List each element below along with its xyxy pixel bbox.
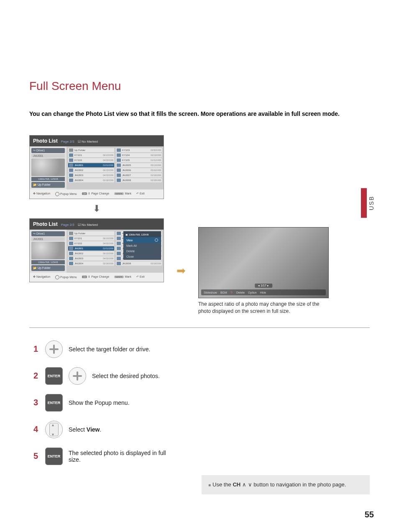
popup-markall[interactable]: Mark All bbox=[124, 243, 161, 248]
up-folder-button[interactable]: 📂 Up Folder bbox=[31, 182, 65, 188]
dpad-button-2[interactable] bbox=[69, 367, 86, 385]
file-row[interactable]: KY10106/10/2008 bbox=[68, 236, 114, 240]
file-row[interactable]: JMJ00505/13/2008 bbox=[116, 163, 162, 167]
file-date: 06/19/2008 bbox=[151, 154, 161, 156]
file-date: 05/26/2008 bbox=[151, 169, 161, 171]
selected-filename-2: JMJ001 bbox=[31, 237, 65, 241]
photo-thumb-icon bbox=[69, 164, 73, 167]
file-row[interactable]: JMJ00101/01/2008 bbox=[68, 246, 114, 251]
file-row[interactable]: Up Folder bbox=[68, 231, 114, 235]
file-name: KY102 bbox=[74, 242, 102, 245]
popup-delete[interactable]: Delete bbox=[124, 248, 161, 254]
file-name: KY101 bbox=[74, 154, 102, 156]
photo-thumb-icon bbox=[117, 179, 121, 182]
updown-button[interactable] bbox=[45, 421, 63, 438]
file-date: 05/13/2008 bbox=[151, 164, 161, 166]
step-number-4: 4 bbox=[33, 425, 39, 434]
up-folder-button-2[interactable]: 📂 Up Folder bbox=[31, 265, 65, 271]
file-date: 06/15/2008 bbox=[103, 169, 113, 171]
bullet-icon: ■ bbox=[208, 483, 211, 487]
file-date: 01/01/2008 bbox=[103, 164, 113, 166]
file-row[interactable]: KY10204/03/2008 bbox=[68, 158, 114, 162]
file-row[interactable]: KY10204/03/2008 bbox=[68, 241, 114, 246]
bar-option[interactable]: Option bbox=[248, 291, 257, 294]
full-page-indicator: ◂ 1/17 ▸ bbox=[255, 284, 272, 288]
fullscreen-photo: ◂ 1/17 ▸ Slideshow BGM ↻ Delete Option H… bbox=[198, 227, 329, 298]
file-row[interactable]: KY10106/10/2008 bbox=[68, 153, 114, 157]
photo-thumb-icon bbox=[117, 169, 121, 172]
file-name: KY104 bbox=[122, 154, 149, 156]
file-name: JMJ002 bbox=[74, 169, 102, 171]
bar-delete[interactable]: Delete bbox=[236, 291, 245, 294]
right-arrow-icon: ➡ bbox=[176, 264, 186, 277]
screen1-footer: ✥ Navigation Popup Menu CH ⇕ Page Change… bbox=[30, 189, 164, 199]
step-number-3: 3 bbox=[33, 398, 39, 407]
enter-button-5[interactable]: ENTER bbox=[45, 448, 63, 465]
file-row[interactable]: JMJ00402/18/2008 bbox=[68, 261, 114, 266]
enter-button[interactable]: ENTER bbox=[45, 367, 63, 385]
photo-thumb-icon bbox=[117, 242, 121, 245]
file-row[interactable]: KY10406/19/2008 bbox=[116, 153, 162, 157]
photo-thumb-icon bbox=[69, 262, 73, 265]
file-row[interactable]: JMJ00605/26/2008 bbox=[116, 168, 162, 172]
screen2-footer: ✥ Navigation Popup Menu CH ⇕ Page Change… bbox=[30, 273, 164, 282]
fullscreen-caption: The aspect ratio of a photo may change t… bbox=[198, 301, 328, 315]
popup-view[interactable]: View bbox=[124, 237, 161, 243]
file-date: 02/18/2008 bbox=[151, 179, 161, 182]
drive-label[interactable]: ↪ Drive1 bbox=[31, 148, 65, 153]
photo-list-screen-2: Photo List Page 2/3 ☑ No Marked ↪ Drive1… bbox=[29, 218, 164, 282]
bar-hide[interactable]: Hide bbox=[260, 291, 266, 294]
folder-icon bbox=[69, 232, 73, 235]
bar-bgm[interactable]: BGM bbox=[220, 291, 227, 294]
dpad-button[interactable] bbox=[45, 340, 63, 358]
file-row[interactable]: JMJ00802/18/2008 bbox=[116, 261, 162, 266]
photo-thumb-icon bbox=[117, 148, 121, 152]
drive-label-2[interactable]: ↪ Drive1 bbox=[31, 231, 65, 236]
file-row[interactable]: JMJ00206/15/2008 bbox=[68, 251, 114, 256]
file-name: Up Folder bbox=[74, 149, 112, 151]
selected-size: 1366x768, 125KB bbox=[31, 177, 65, 181]
file-name: JMJ004 bbox=[74, 262, 102, 265]
popup-head: ▣ 1366x768, 125KB bbox=[124, 232, 161, 237]
photo-thumb-icon bbox=[69, 257, 73, 260]
down-caret-icon: ∨ bbox=[248, 481, 252, 488]
enter-button-3[interactable]: ENTER bbox=[45, 394, 63, 412]
screen1-page: Page 2/3 bbox=[61, 140, 74, 143]
screen1-nomarked: ☑ No Marked bbox=[78, 140, 98, 143]
file-name: JMJ005 bbox=[122, 164, 149, 166]
file-row[interactable]: JMJ00206/15/2008 bbox=[68, 168, 114, 172]
file-name: JMJ008 bbox=[122, 179, 149, 182]
file-row[interactable]: JMJ00304/03/2008 bbox=[68, 173, 114, 177]
step3-text: Show the Popup menu. bbox=[69, 399, 130, 406]
file-row[interactable]: JMJ00304/03/2008 bbox=[68, 256, 114, 261]
bar-slideshow[interactable]: Slideshow bbox=[204, 291, 217, 294]
photo-thumb-icon bbox=[117, 174, 121, 177]
photo-thumb-icon bbox=[69, 169, 73, 172]
file-name: KY102 bbox=[74, 159, 102, 161]
file-date: 04/03/2008 bbox=[103, 257, 113, 260]
file-date: 04/03/2008 bbox=[103, 242, 113, 245]
screen2-nomarked: ☑ No Marked bbox=[78, 223, 98, 227]
selected-filename: JMJ001 bbox=[31, 154, 65, 158]
step2-text: Select the desired photos. bbox=[92, 373, 160, 379]
file-row[interactable]: JMJ00702/18/2008 bbox=[116, 173, 162, 177]
file-name: JMJ001 bbox=[74, 164, 102, 166]
file-name: JMJ002 bbox=[74, 252, 102, 255]
file-row[interactable]: JMJ00101/01/2008 bbox=[68, 163, 114, 167]
file-row[interactable]: JMJ00802/18/2008 bbox=[116, 178, 162, 182]
photo-thumb-icon bbox=[117, 252, 121, 255]
file-row[interactable]: JMJ00402/18/2008 bbox=[68, 178, 114, 182]
down-arrow-icon: ⬇ bbox=[93, 203, 100, 214]
bar-rotate-icon[interactable]: ↻ bbox=[230, 291, 233, 294]
page-title: Full Screen Menu bbox=[29, 79, 370, 93]
file-row[interactable]: Up Folder bbox=[68, 148, 114, 152]
popup-close[interactable]: Close bbox=[124, 254, 161, 259]
side-tab-usb: USB bbox=[361, 188, 376, 218]
step-number-1: 1 bbox=[33, 344, 39, 354]
file-row[interactable]: KY10303/30/2008 bbox=[116, 148, 162, 152]
file-name: JMJ003 bbox=[74, 174, 102, 176]
file-name: JMJ004 bbox=[74, 179, 102, 182]
step-number-2: 2 bbox=[33, 371, 39, 381]
photo-thumb-icon bbox=[69, 252, 73, 255]
file-row[interactable]: KY10501/31/2008 bbox=[116, 158, 162, 162]
